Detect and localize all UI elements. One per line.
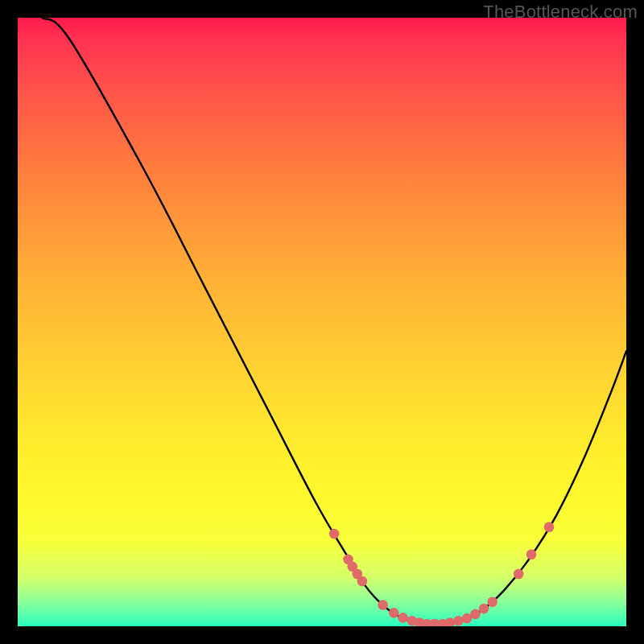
data-dots bbox=[329, 522, 554, 626]
data-dot bbox=[479, 604, 489, 614]
data-dot bbox=[526, 549, 537, 559]
data-dot bbox=[398, 613, 408, 623]
data-dot bbox=[487, 597, 497, 607]
data-dot bbox=[378, 600, 388, 610]
data-dot bbox=[544, 522, 555, 532]
data-dot bbox=[357, 576, 368, 587]
data-dot bbox=[453, 616, 464, 626]
data-dot bbox=[470, 609, 481, 620]
data-dot bbox=[329, 529, 340, 539]
data-dot bbox=[444, 617, 455, 626]
plot-area bbox=[18, 18, 626, 626]
watermark-text: TheBottleneck.com bbox=[483, 2, 638, 23]
data-dot bbox=[389, 608, 399, 618]
chart-container: TheBottleneck.com bbox=[0, 0, 644, 644]
data-dot bbox=[514, 569, 524, 580]
chart-svg bbox=[18, 18, 626, 626]
